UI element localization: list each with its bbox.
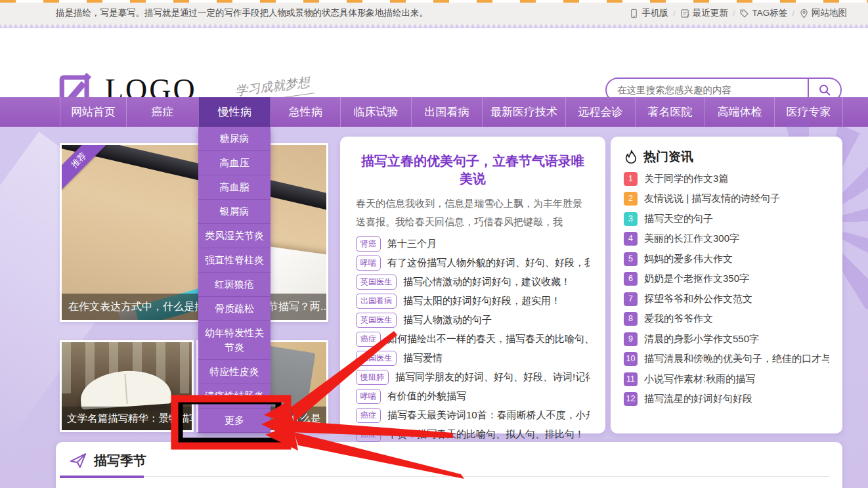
hot-news-item[interactable]: 2友情说说 | 描写友情的诗经句子 [624,192,829,206]
dropdown-item-更多[interactable]: 更多 [198,409,271,433]
featured-article-image[interactable]: 在作文表达方式中，什么是描写？什么是细节描写？两... 推荐 [60,143,328,322]
dropdown-item-红斑狼疮[interactable]: 红斑狼疮 [198,273,271,297]
hot-news-item[interactable]: 4美丽的长江作文300字 [624,232,829,246]
nav-item-慢性病[interactable]: 慢性病 [198,97,271,127]
category-tag: 哮喘 [356,389,381,404]
hot-news-item[interactable]: 11小说写作素材:秋雨的描写 [624,372,829,386]
page: 描是描绘，写是摹写。描写就是通过一定的写作手段把人物或景物的状态具体形象地描绘出… [0,0,868,488]
nav-item-最新医疗技术[interactable]: 最新医疗技术 [482,97,565,127]
hot-news-list: 1关于同学的作文3篇2友情说说 | 描写友情的诗经句子3描写天空的句子4美丽的长… [624,172,829,407]
topbar-link-最近更新[interactable]: 最近更新 [680,7,728,19]
article-item-title: 干货！描写春天的比喻句、拟人句、排比句！ [387,428,584,441]
search-icon [818,83,831,97]
dropdown-item-糖尿病[interactable]: 糖尿病 [198,127,271,151]
rank-badge: 2 [624,192,638,206]
topbar-links: 手机版/最近更新/TAG标签/网站地图 [629,7,847,19]
article-list-item[interactable]: 慢阻肺描写同学朋友的好词、好句、好段、诗词!记得 [356,370,590,385]
flame-icon [624,150,638,164]
tag-icon [739,9,749,18]
sub-article-image-left[interactable]: 文学名篇描写精华：景物描写 [60,340,194,432]
hot-news-item[interactable]: 8爱我的爷爷作文 [624,312,829,326]
article-headline[interactable]: 描写立春的优美句子，立春节气语录唯美说 [356,152,590,188]
article-list-item[interactable]: 癌症描写春天最美诗词10首：春雨断桥人不度，小舟 [356,408,590,423]
hot-news-item[interactable]: 1关于同学的作文3篇 [624,172,829,186]
dropdown-item-高血脂[interactable]: 高血脂 [198,175,271,200]
rank-badge: 10 [624,352,638,366]
hot-item-title: 探望爷爷和外公作文范文 [644,293,752,305]
nav-item-急性病[interactable]: 急性病 [271,97,340,127]
article-item-title: 描写心情激动的好词好句，建议收藏！ [403,276,571,288]
dropdown-item-类风湿关节炎[interactable]: 类风湿关节炎 [198,224,271,248]
nav-item-出国看病[interactable]: 出国看病 [411,97,482,127]
nav-item-著名医院[interactable]: 著名医院 [635,97,705,127]
topbar-link-网站地图[interactable]: 网站地图 [799,7,847,19]
article-summary: 春天的信息我收到，信息是瑞雪心上飘，为丰年胜景送喜报。我给春天回信息，巧借春风把… [356,194,590,231]
article-list-item[interactable]: 德国医生描写爱情 [356,351,590,366]
category-tag: 哮喘 [356,255,381,271]
rank-badge: 3 [624,212,638,226]
nav-item-临床试验[interactable]: 临床试验 [340,97,411,127]
category-tag: 德国医生 [356,351,397,366]
hot-news-item[interactable]: 5妈妈的爱多伟大作文 [624,252,829,266]
sub-left-caption: 文学名篇描写精华：景物描写 [62,407,192,430]
hot-item-title: 清晨的身影小学作文550字 [644,333,759,345]
article-list-item[interactable]: 出国看病描写太阳的好词好句好段，超实用！ [356,294,590,309]
hot-news-item[interactable]: 10描写清晨和傍晚的优美句子，绝佳的口才与作 [624,352,829,366]
hot-item-title: 小说写作素材:秋雨的描写 [644,373,755,386]
hot-item-title: 描写清晨和傍晚的优美句子，绝佳的口才与作 [644,353,829,365]
hot-item-title: 奶奶是个老抠作文350字 [644,273,749,285]
hot-item-title: 友情说说 | 描写友情的诗经句子 [644,192,780,205]
hot-news-item[interactable]: 7探望爷爷和外公作文范文 [624,292,829,306]
topbar-link-separator: / [673,9,676,18]
article-item-title: 描写春天最美诗词10首：春雨断桥人不度，小舟 [387,409,590,422]
recent-update-icon [680,9,690,18]
article-item-title: 描写同学朋友的好词、好句、好段、诗词!记得 [395,371,590,384]
rank-badge: 7 [624,292,638,306]
article-list-item[interactable]: 癌症干货！描写春天的比喻句、拟人句、排比句！ [356,427,590,442]
nav-item-远程会诊[interactable]: 远程会诊 [565,97,635,127]
hot-news-item[interactable]: 6奶奶是个老抠作文350字 [624,272,829,286]
hot-item-title: 描写流星的好词好句好段 [644,393,752,405]
topbar-link-label: TAG标签 [752,7,787,19]
chronic-disease-dropdown: 糖尿病高血压高血脂银屑病类风湿关节炎强直性脊柱炎红斑狼疮骨质疏松幼年特发性关节炎… [198,127,271,433]
topbar-link-label: 网站地图 [812,7,847,19]
nav-item-网站首页[interactable]: 网站首页 [60,97,126,127]
topbar-link-手机版[interactable]: 手机版 [629,7,668,19]
dropdown-item-幼年特发性关节炎[interactable]: 幼年特发性关节炎 [198,321,271,360]
site-header: LOGO 学习成就梦想 [0,28,868,97]
topbar-link-separator: / [792,9,794,18]
dropdown-item-强直性脊柱炎[interactable]: 强直性脊柱炎 [198,248,271,273]
search-input[interactable] [607,85,808,95]
paper-plane-icon [69,451,87,470]
article-item-title: 描写爱情 [403,352,443,365]
topbar-link-TAG标签[interactable]: TAG标签 [739,7,787,19]
category-tag: 癌症 [356,332,381,347]
dropdown-item-溃疡性结肠炎[interactable]: 溃疡性结肠炎 [198,384,271,409]
dropdown-item-高血压[interactable]: 高血压 [198,151,271,175]
hot-news-item[interactable]: 9清晨的身影小学作文550字 [624,332,829,346]
dropdown-item-特应性皮炎[interactable]: 特应性皮炎 [198,360,271,384]
article-item-title: 第十三个月 [387,238,437,250]
category-tag: 出国看病 [356,294,397,309]
article-list-item[interactable]: 英国医生描写心情激动的好词好句，建议收藏！ [356,275,590,290]
article-item-title: 描写太阳的好词好句好段，超实用！ [403,295,561,307]
hot-news-header: 热门资讯 [624,148,829,166]
article-list-item[interactable]: 英国医生描写人物激动的句子 [356,313,590,328]
rank-badge: 6 [624,272,638,286]
sitemap-pin-icon [799,9,809,18]
hot-news-item[interactable]: 3描写天空的句子 [624,212,829,226]
topbar-link-label: 手机版 [641,7,668,19]
hot-news-item[interactable]: 12描写流星的好词好句好段 [624,392,829,406]
article-list-item[interactable]: 肾癌第十三个月 [356,236,590,252]
featured-caption: 在作文表达方式中，什么是描写？什么是细节描写？两... [62,294,326,320]
season-header: 描写季节 [69,451,829,470]
article-list-item[interactable]: 哮喘有了这份描写人物外貌的好词、好句、好段，我 [356,255,590,271]
dropdown-item-骨质疏松[interactable]: 骨质疏松 [198,297,271,321]
nav-item-高端体检[interactable]: 高端体检 [705,97,774,127]
article-list-item[interactable]: 哮喘有价值的外貌描写 [356,389,590,404]
nav-item-癌症[interactable]: 癌症 [126,97,198,127]
main-nav: 网站首页癌症慢性病急性病临床试验出国看病最新医疗技术远程会诊著名医院高端体检医疗… [60,97,843,127]
article-item-title: 描写人物激动的句子 [403,314,492,326]
article-list-item[interactable]: 癌症如何描绘出不一样的春天，描写春天的比喻句、 [356,332,590,347]
dropdown-item-银屑病[interactable]: 银屑病 [198,200,271,224]
